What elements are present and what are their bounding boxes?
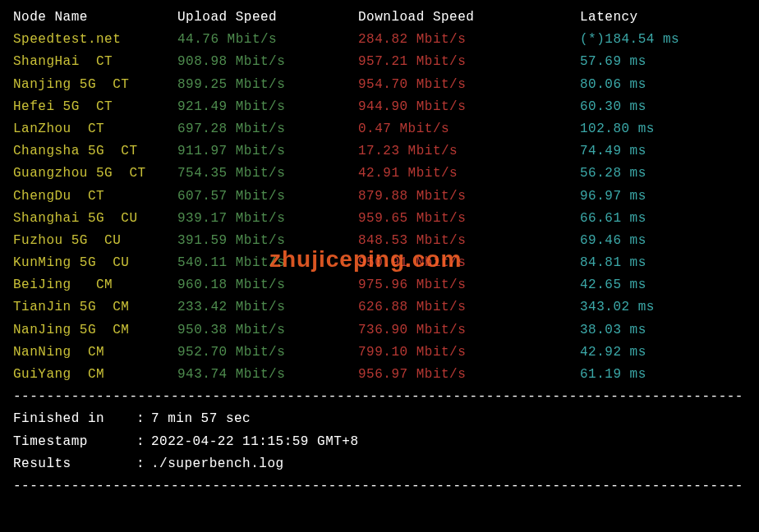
latency: 66.61 ms bbox=[580, 208, 746, 230]
download-speed: 975.96 Mbit/s bbox=[358, 274, 580, 296]
footer-colon: : bbox=[136, 408, 151, 430]
footer-colon: : bbox=[136, 431, 151, 453]
footer-timestamp: Timestamp : 2022-04-22 11:15:59 GMT+8 bbox=[13, 431, 746, 453]
table-row: KunMing 5G CU540.11 Mbit/s950.91 Mbit/s8… bbox=[13, 252, 746, 274]
table-row: Nanjing 5G CT899.25 Mbit/s954.70 Mbit/s8… bbox=[13, 74, 746, 96]
table-row: NanNing CM952.70 Mbit/s799.10 Mbit/s42.9… bbox=[13, 342, 746, 364]
footer-finished-value: 7 min 57 sec bbox=[151, 408, 251, 430]
table-row: GuiYang CM943.74 Mbit/s956.97 Mbit/s61.1… bbox=[13, 364, 746, 386]
download-speed: 959.65 Mbit/s bbox=[358, 208, 580, 230]
table-row: Changsha 5G CT911.97 Mbit/s17.23 Mbit/s7… bbox=[13, 140, 746, 163]
table-row: TianJin 5G CM233.42 Mbit/s626.88 Mbit/s3… bbox=[13, 296, 746, 319]
header-upload: Upload Speed bbox=[177, 7, 358, 29]
footer-results-label: Results bbox=[13, 453, 136, 475]
latency: 38.03 ms bbox=[580, 319, 746, 342]
node-name: Guangzhou 5G CT bbox=[13, 163, 177, 185]
table-row: Fuzhou 5G CU391.59 Mbit/s848.53 Mbit/s69… bbox=[13, 230, 746, 252]
divider-line: ----------------------------------------… bbox=[13, 475, 746, 498]
latency: 74.49 ms bbox=[580, 140, 746, 163]
upload-speed: 952.70 Mbit/s bbox=[177, 342, 358, 364]
download-speed: 954.70 Mbit/s bbox=[358, 74, 580, 96]
download-speed: 799.10 Mbit/s bbox=[358, 342, 580, 364]
upload-speed: 697.28 Mbit/s bbox=[177, 118, 358, 140]
upload-speed: 911.97 Mbit/s bbox=[177, 140, 358, 163]
table-row: LanZhou CT697.28 Mbit/s0.47 Mbit/s102.80… bbox=[13, 118, 746, 140]
upload-speed: 943.74 Mbit/s bbox=[177, 364, 358, 386]
table-row: Hefei 5G CT921.49 Mbit/s944.90 Mbit/s60.… bbox=[13, 96, 746, 118]
latency: 56.28 ms bbox=[580, 163, 746, 185]
footer-timestamp-value: 2022-04-22 11:15:59 GMT+8 bbox=[151, 431, 359, 453]
download-speed: 944.90 Mbit/s bbox=[358, 96, 580, 118]
node-name: Fuzhou 5G CU bbox=[13, 230, 177, 252]
download-speed: 626.88 Mbit/s bbox=[358, 296, 580, 319]
header-node: Node Name bbox=[13, 7, 177, 29]
header-latency: Latency bbox=[580, 7, 746, 29]
divider-line: ----------------------------------------… bbox=[13, 386, 746, 408]
latency: 80.06 ms bbox=[580, 74, 746, 96]
upload-speed: 908.98 Mbit/s bbox=[177, 51, 358, 73]
download-speed: 284.82 Mbit/s bbox=[358, 29, 580, 51]
footer-timestamp-label: Timestamp bbox=[13, 431, 136, 453]
upload-speed: 754.35 Mbit/s bbox=[177, 163, 358, 185]
footer-finished: Finished in : 7 min 57 sec bbox=[13, 408, 746, 430]
node-name: LanZhou CT bbox=[13, 118, 177, 140]
node-name: BeiJing CM bbox=[13, 274, 177, 296]
table-row: ShangHai CT908.98 Mbit/s957.21 Mbit/s57.… bbox=[13, 51, 746, 73]
header-download: Download Speed bbox=[358, 7, 580, 29]
node-name: TianJin 5G CM bbox=[13, 296, 177, 319]
node-name: Speedtest.net bbox=[13, 29, 177, 51]
upload-speed: 960.18 Mbit/s bbox=[177, 274, 358, 296]
latency: 84.81 ms bbox=[580, 252, 746, 274]
footer-results-value: ./superbench.log bbox=[151, 453, 284, 475]
node-name: GuiYang CM bbox=[13, 364, 177, 386]
latency: 102.80 ms bbox=[580, 118, 746, 140]
latency: 60.30 ms bbox=[580, 96, 746, 118]
latency: (*)184.54 ms bbox=[580, 29, 746, 51]
latency: 57.69 ms bbox=[580, 51, 746, 73]
upload-speed: 921.49 Mbit/s bbox=[177, 96, 358, 118]
footer-finished-label: Finished in bbox=[13, 408, 136, 430]
download-speed: 879.88 Mbit/s bbox=[358, 186, 580, 208]
download-speed: 736.90 Mbit/s bbox=[358, 319, 580, 342]
table-row: NanJing 5G CM950.38 Mbit/s736.90 Mbit/s3… bbox=[13, 319, 746, 342]
download-speed: 957.21 Mbit/s bbox=[358, 51, 580, 73]
table-row: Shanghai 5G CU939.17 Mbit/s959.65 Mbit/s… bbox=[13, 208, 746, 230]
download-speed: 17.23 Mbit/s bbox=[358, 140, 580, 163]
upload-speed: 233.42 Mbit/s bbox=[177, 296, 358, 319]
table-row: ChengDu CT607.57 Mbit/s879.88 Mbit/s96.9… bbox=[13, 186, 746, 208]
download-speed: 956.97 Mbit/s bbox=[358, 364, 580, 386]
upload-speed: 44.76 Mbit/s bbox=[177, 29, 358, 51]
node-name: ChengDu CT bbox=[13, 186, 177, 208]
upload-speed: 607.57 Mbit/s bbox=[177, 186, 358, 208]
upload-speed: 540.11 Mbit/s bbox=[177, 252, 358, 274]
download-speed: 0.47 Mbit/s bbox=[358, 118, 580, 140]
upload-speed: 939.17 Mbit/s bbox=[177, 208, 358, 230]
node-name: ShangHai CT bbox=[13, 51, 177, 73]
node-name: NanNing CM bbox=[13, 342, 177, 364]
latency: 69.46 ms bbox=[580, 230, 746, 252]
node-name: Changsha 5G CT bbox=[13, 140, 177, 163]
download-speed: 950.91 Mbit/s bbox=[358, 252, 580, 274]
speedtest-rows: Speedtest.net44.76 Mbit/s284.82 Mbit/s(*… bbox=[13, 29, 746, 386]
node-name: Hefei 5G CT bbox=[13, 96, 177, 118]
table-row: Speedtest.net44.76 Mbit/s284.82 Mbit/s(*… bbox=[13, 29, 746, 51]
upload-speed: 391.59 Mbit/s bbox=[177, 230, 358, 252]
table-row: Guangzhou 5G CT754.35 Mbit/s42.91 Mbit/s… bbox=[13, 163, 746, 185]
header-row: Node Name Upload Speed Download Speed La… bbox=[13, 7, 746, 29]
upload-speed: 950.38 Mbit/s bbox=[177, 319, 358, 342]
download-speed: 42.91 Mbit/s bbox=[358, 163, 580, 185]
node-name: Nanjing 5G CT bbox=[13, 74, 177, 96]
latency: 61.19 ms bbox=[580, 364, 746, 386]
latency: 96.97 ms bbox=[580, 186, 746, 208]
footer-results: Results : ./superbench.log bbox=[13, 453, 746, 475]
node-name: NanJing 5G CM bbox=[13, 319, 177, 342]
latency: 42.65 ms bbox=[580, 274, 746, 296]
latency: 343.02 ms bbox=[580, 296, 746, 319]
upload-speed: 899.25 Mbit/s bbox=[177, 74, 358, 96]
download-speed: 848.53 Mbit/s bbox=[358, 230, 580, 252]
table-row: BeiJing CM960.18 Mbit/s975.96 Mbit/s42.6… bbox=[13, 274, 746, 296]
node-name: KunMing 5G CU bbox=[13, 252, 177, 274]
node-name: Shanghai 5G CU bbox=[13, 208, 177, 230]
latency: 42.92 ms bbox=[580, 342, 746, 364]
footer-colon: : bbox=[136, 453, 151, 475]
